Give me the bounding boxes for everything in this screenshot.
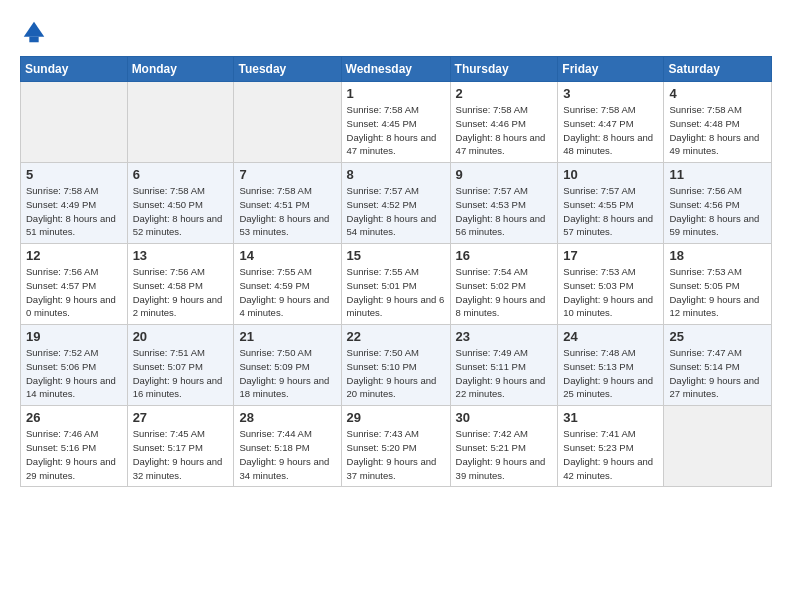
calendar-cell: 29Sunrise: 7:43 AM Sunset: 5:20 PM Dayli…	[341, 406, 450, 487]
day-number: 6	[133, 167, 229, 182]
day-info: Sunrise: 7:49 AM Sunset: 5:11 PM Dayligh…	[456, 346, 553, 401]
day-info: Sunrise: 7:55 AM Sunset: 5:01 PM Dayligh…	[347, 265, 445, 320]
calendar-cell: 26Sunrise: 7:46 AM Sunset: 5:16 PM Dayli…	[21, 406, 128, 487]
day-info: Sunrise: 7:58 AM Sunset: 4:49 PM Dayligh…	[26, 184, 122, 239]
day-number: 5	[26, 167, 122, 182]
calendar-cell: 13Sunrise: 7:56 AM Sunset: 4:58 PM Dayli…	[127, 244, 234, 325]
calendar-cell: 16Sunrise: 7:54 AM Sunset: 5:02 PM Dayli…	[450, 244, 558, 325]
day-info: Sunrise: 7:44 AM Sunset: 5:18 PM Dayligh…	[239, 427, 335, 482]
day-info: Sunrise: 7:57 AM Sunset: 4:52 PM Dayligh…	[347, 184, 445, 239]
day-number: 10	[563, 167, 658, 182]
logo-icon	[20, 18, 48, 46]
calendar-cell: 7Sunrise: 7:58 AM Sunset: 4:51 PM Daylig…	[234, 163, 341, 244]
calendar-cell: 21Sunrise: 7:50 AM Sunset: 5:09 PM Dayli…	[234, 325, 341, 406]
day-number: 14	[239, 248, 335, 263]
day-number: 15	[347, 248, 445, 263]
day-info: Sunrise: 7:46 AM Sunset: 5:16 PM Dayligh…	[26, 427, 122, 482]
day-info: Sunrise: 7:56 AM Sunset: 4:56 PM Dayligh…	[669, 184, 766, 239]
calendar-week-row: 26Sunrise: 7:46 AM Sunset: 5:16 PM Dayli…	[21, 406, 772, 487]
calendar-cell: 19Sunrise: 7:52 AM Sunset: 5:06 PM Dayli…	[21, 325, 128, 406]
day-info: Sunrise: 7:41 AM Sunset: 5:23 PM Dayligh…	[563, 427, 658, 482]
day-info: Sunrise: 7:57 AM Sunset: 4:53 PM Dayligh…	[456, 184, 553, 239]
logo	[20, 18, 52, 46]
calendar-cell: 4Sunrise: 7:58 AM Sunset: 4:48 PM Daylig…	[664, 82, 772, 163]
calendar-cell: 20Sunrise: 7:51 AM Sunset: 5:07 PM Dayli…	[127, 325, 234, 406]
day-info: Sunrise: 7:53 AM Sunset: 5:03 PM Dayligh…	[563, 265, 658, 320]
day-number: 23	[456, 329, 553, 344]
svg-marker-0	[24, 22, 45, 37]
calendar-cell: 5Sunrise: 7:58 AM Sunset: 4:49 PM Daylig…	[21, 163, 128, 244]
day-number: 26	[26, 410, 122, 425]
day-info: Sunrise: 7:56 AM Sunset: 4:58 PM Dayligh…	[133, 265, 229, 320]
day-number: 31	[563, 410, 658, 425]
calendar-cell: 27Sunrise: 7:45 AM Sunset: 5:17 PM Dayli…	[127, 406, 234, 487]
calendar-cell: 31Sunrise: 7:41 AM Sunset: 5:23 PM Dayli…	[558, 406, 664, 487]
day-info: Sunrise: 7:57 AM Sunset: 4:55 PM Dayligh…	[563, 184, 658, 239]
day-number: 22	[347, 329, 445, 344]
calendar-week-row: 5Sunrise: 7:58 AM Sunset: 4:49 PM Daylig…	[21, 163, 772, 244]
calendar-cell: 12Sunrise: 7:56 AM Sunset: 4:57 PM Dayli…	[21, 244, 128, 325]
calendar-cell: 22Sunrise: 7:50 AM Sunset: 5:10 PM Dayli…	[341, 325, 450, 406]
day-info: Sunrise: 7:47 AM Sunset: 5:14 PM Dayligh…	[669, 346, 766, 401]
day-number: 30	[456, 410, 553, 425]
day-number: 9	[456, 167, 553, 182]
day-info: Sunrise: 7:56 AM Sunset: 4:57 PM Dayligh…	[26, 265, 122, 320]
weekday-header: Monday	[127, 57, 234, 82]
calendar-cell: 1Sunrise: 7:58 AM Sunset: 4:45 PM Daylig…	[341, 82, 450, 163]
calendar-cell: 8Sunrise: 7:57 AM Sunset: 4:52 PM Daylig…	[341, 163, 450, 244]
calendar-cell: 24Sunrise: 7:48 AM Sunset: 5:13 PM Dayli…	[558, 325, 664, 406]
weekday-header: Thursday	[450, 57, 558, 82]
calendar-cell: 3Sunrise: 7:58 AM Sunset: 4:47 PM Daylig…	[558, 82, 664, 163]
weekday-header: Sunday	[21, 57, 128, 82]
day-info: Sunrise: 7:51 AM Sunset: 5:07 PM Dayligh…	[133, 346, 229, 401]
calendar-week-row: 12Sunrise: 7:56 AM Sunset: 4:57 PM Dayli…	[21, 244, 772, 325]
calendar-cell	[21, 82, 128, 163]
day-number: 25	[669, 329, 766, 344]
weekday-header: Saturday	[664, 57, 772, 82]
day-number: 20	[133, 329, 229, 344]
weekday-header: Tuesday	[234, 57, 341, 82]
day-number: 24	[563, 329, 658, 344]
calendar-cell: 17Sunrise: 7:53 AM Sunset: 5:03 PM Dayli…	[558, 244, 664, 325]
day-info: Sunrise: 7:45 AM Sunset: 5:17 PM Dayligh…	[133, 427, 229, 482]
day-number: 3	[563, 86, 658, 101]
calendar-cell: 25Sunrise: 7:47 AM Sunset: 5:14 PM Dayli…	[664, 325, 772, 406]
calendar-cell: 28Sunrise: 7:44 AM Sunset: 5:18 PM Dayli…	[234, 406, 341, 487]
day-number: 29	[347, 410, 445, 425]
day-number: 2	[456, 86, 553, 101]
calendar-cell: 10Sunrise: 7:57 AM Sunset: 4:55 PM Dayli…	[558, 163, 664, 244]
page: SundayMondayTuesdayWednesdayThursdayFrid…	[0, 0, 792, 612]
calendar-cell	[664, 406, 772, 487]
calendar-cell	[234, 82, 341, 163]
day-number: 28	[239, 410, 335, 425]
day-info: Sunrise: 7:50 AM Sunset: 5:09 PM Dayligh…	[239, 346, 335, 401]
calendar-cell: 23Sunrise: 7:49 AM Sunset: 5:11 PM Dayli…	[450, 325, 558, 406]
day-info: Sunrise: 7:58 AM Sunset: 4:47 PM Dayligh…	[563, 103, 658, 158]
calendar-cell: 11Sunrise: 7:56 AM Sunset: 4:56 PM Dayli…	[664, 163, 772, 244]
calendar-cell	[127, 82, 234, 163]
calendar-cell: 15Sunrise: 7:55 AM Sunset: 5:01 PM Dayli…	[341, 244, 450, 325]
header	[20, 18, 772, 46]
day-info: Sunrise: 7:50 AM Sunset: 5:10 PM Dayligh…	[347, 346, 445, 401]
day-info: Sunrise: 7:58 AM Sunset: 4:45 PM Dayligh…	[347, 103, 445, 158]
day-info: Sunrise: 7:58 AM Sunset: 4:46 PM Dayligh…	[456, 103, 553, 158]
day-info: Sunrise: 7:43 AM Sunset: 5:20 PM Dayligh…	[347, 427, 445, 482]
day-info: Sunrise: 7:58 AM Sunset: 4:48 PM Dayligh…	[669, 103, 766, 158]
day-number: 18	[669, 248, 766, 263]
svg-rect-1	[29, 37, 38, 43]
calendar-cell: 2Sunrise: 7:58 AM Sunset: 4:46 PM Daylig…	[450, 82, 558, 163]
day-number: 8	[347, 167, 445, 182]
day-info: Sunrise: 7:58 AM Sunset: 4:50 PM Dayligh…	[133, 184, 229, 239]
day-number: 27	[133, 410, 229, 425]
day-info: Sunrise: 7:55 AM Sunset: 4:59 PM Dayligh…	[239, 265, 335, 320]
day-number: 7	[239, 167, 335, 182]
day-info: Sunrise: 7:54 AM Sunset: 5:02 PM Dayligh…	[456, 265, 553, 320]
day-info: Sunrise: 7:48 AM Sunset: 5:13 PM Dayligh…	[563, 346, 658, 401]
day-number: 11	[669, 167, 766, 182]
calendar-week-row: 19Sunrise: 7:52 AM Sunset: 5:06 PM Dayli…	[21, 325, 772, 406]
weekday-header: Wednesday	[341, 57, 450, 82]
day-number: 4	[669, 86, 766, 101]
calendar-cell: 6Sunrise: 7:58 AM Sunset: 4:50 PM Daylig…	[127, 163, 234, 244]
calendar-cell: 14Sunrise: 7:55 AM Sunset: 4:59 PM Dayli…	[234, 244, 341, 325]
day-info: Sunrise: 7:52 AM Sunset: 5:06 PM Dayligh…	[26, 346, 122, 401]
